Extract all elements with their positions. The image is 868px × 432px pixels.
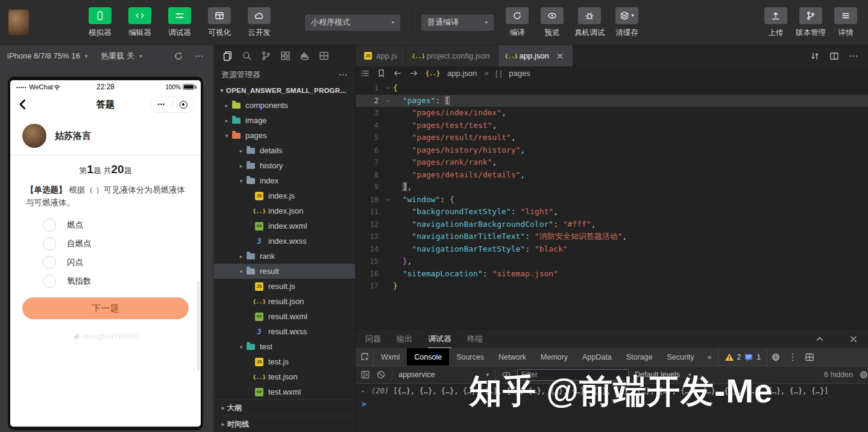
panel-tab-问题[interactable]: 问题 <box>365 334 381 345</box>
device-select[interactable]: iPhone 6/7/8 75% 16▾ <box>7 51 87 60</box>
arrow-right-icon[interactable] <box>409 69 418 78</box>
answer-option[interactable]: 闪点 <box>32 256 201 269</box>
tree-item-test.wxml[interactable]: <>test.wxml <box>214 384 355 399</box>
compile-mode-select[interactable]: 普通编译 ▾ <box>421 14 494 31</box>
tree-item-result.wxss[interactable]: 3result.wxss <box>214 324 355 339</box>
search-icon[interactable] <box>242 51 252 61</box>
bookmark-icon[interactable] <box>377 69 386 78</box>
hot-reload-toggle[interactable]: 热重载 关▾ <box>101 51 142 62</box>
tree-item-test.json[interactable]: {..}test.json <box>214 369 355 384</box>
dots-h-icon[interactable] <box>849 51 858 61</box>
gear-icon[interactable] <box>771 352 781 362</box>
phone-scrollbar[interactable] <box>197 281 200 371</box>
tree-item-index.js[interactable]: JSindex.js <box>214 188 355 203</box>
branch-icon[interactable] <box>261 51 271 61</box>
tree-item-test[interactable]: ▾test <box>214 339 355 354</box>
close-icon[interactable] <box>849 334 858 344</box>
timeline-section[interactable]: ▸时间线 <box>214 416 355 432</box>
arrow-left-icon[interactable] <box>393 69 402 78</box>
action-layers-button[interactable]: ▾清缓存 <box>612 7 642 38</box>
tree-item-result[interactable]: ▾result <box>214 264 355 279</box>
blocks-icon[interactable] <box>280 51 291 61</box>
devtools-tab-Security[interactable]: Security <box>659 348 701 366</box>
radio-icon[interactable] <box>43 237 56 250</box>
action-bug-button[interactable]: 真机调试 <box>572 7 607 38</box>
compare-icon[interactable] <box>810 51 820 61</box>
user-avatar[interactable] <box>8 10 29 35</box>
devtools-tab-Console[interactable]: Console <box>407 348 449 366</box>
action-menu-button[interactable]: 详情 <box>832 7 860 38</box>
split-icon[interactable] <box>829 51 839 61</box>
docker-icon[interactable] <box>300 51 310 61</box>
expand-arrow-icon[interactable]: ▸ <box>362 387 365 396</box>
breadcrumb-file[interactable]: app.json <box>447 69 477 78</box>
view-tune-button[interactable]: 调试器 <box>163 7 197 38</box>
clear-console-icon[interactable] <box>376 370 386 380</box>
tree-item-index[interactable]: ▾index <box>214 173 355 188</box>
close-target-icon[interactable] <box>173 101 195 109</box>
radio-icon[interactable] <box>43 275 56 288</box>
mode-select[interactable]: 小程序模式 ▾ <box>305 14 400 31</box>
panel-icon[interactable] <box>319 51 329 61</box>
view-layout-button[interactable]: 可视化 <box>203 7 236 38</box>
console-sidebar-icon[interactable] <box>360 370 370 380</box>
tree-item-pages[interactable]: ▾pages <box>214 128 355 143</box>
project-root-folder[interactable]: ▾ OPEN_ANSWER_SMALL_PROGR... <box>214 83 355 98</box>
view-cloud-button[interactable]: 云开发 <box>242 7 276 38</box>
fold-icon[interactable] <box>383 194 393 206</box>
inspect-element-icon[interactable] <box>356 348 374 366</box>
tree-item-result.json[interactable]: {..}result.json <box>214 294 355 309</box>
answer-option[interactable]: 氧指数 <box>32 275 201 288</box>
fold-icon[interactable] <box>383 82 393 95</box>
action-branch-button[interactable]: 版本管理 <box>796 7 826 38</box>
panel-tab-调试器[interactable]: 调试器 <box>428 334 451 348</box>
breadcrumb-symbol[interactable]: pages <box>509 69 530 78</box>
overflow-tabs[interactable]: » <box>702 348 718 366</box>
more-options-icon[interactable] <box>194 51 204 61</box>
tree-item-result.wxml[interactable]: <>result.wxml <box>214 309 355 324</box>
tree-item-details[interactable]: ▸details <box>214 143 355 158</box>
tree-item-history[interactable]: ▸history <box>214 158 355 173</box>
view-code-button[interactable]: 编辑器 <box>123 7 157 38</box>
tree-item-image[interactable]: ▸image <box>214 113 355 128</box>
panel-icon[interactable] <box>805 352 814 362</box>
more-options-icon[interactable] <box>338 70 348 80</box>
refresh-icon[interactable] <box>174 51 183 61</box>
devtools-tab-AppData[interactable]: AppData <box>575 348 619 366</box>
tree-item-rank[interactable]: ▸rank <box>214 249 355 264</box>
tab-app.js[interactable]: JSapp.js <box>356 45 406 66</box>
devtools-tab-Wxml[interactable]: Wxml <box>374 348 407 366</box>
tree-item-index.wxml[interactable]: <>index.wxml <box>214 218 355 233</box>
more-menu-icon[interactable]: ••• <box>151 101 172 107</box>
tree-item-index.json[interactable]: {..}index.json <box>214 203 355 218</box>
dots-v-icon[interactable] <box>788 352 797 362</box>
tree-item-components[interactable]: ▸components <box>214 98 355 113</box>
answer-option[interactable]: 自燃点 <box>32 237 201 250</box>
tree-item-index.wxss[interactable]: 3index.wxss <box>214 233 355 249</box>
action-eye-button[interactable]: 预览 <box>537 7 567 38</box>
devtools-tab-Memory[interactable]: Memory <box>533 348 575 366</box>
code-editor[interactable]: 1{2 "pages": [3 "pages/index/index",4 "p… <box>356 80 868 329</box>
action-refresh-button[interactable]: 编译 <box>502 7 532 38</box>
devtools-tab-Network[interactable]: Network <box>491 348 533 366</box>
files-icon[interactable] <box>222 51 233 61</box>
tree-item-test.js[interactable]: JStest.js <box>214 354 355 369</box>
next-question-button[interactable]: 下一题 <box>22 297 189 319</box>
radio-icon[interactable] <box>43 256 56 269</box>
fold-icon[interactable] <box>383 95 393 107</box>
panel-tab-输出[interactable]: 输出 <box>397 334 412 345</box>
close-icon[interactable] <box>556 52 564 60</box>
devtools-tab-Storage[interactable]: Storage <box>619 348 660 366</box>
chev-up-icon[interactable] <box>815 334 825 344</box>
tab-project.config.json[interactable]: {..}project.config.json <box>406 45 499 66</box>
action-upload-button[interactable]: 上传 <box>762 7 790 38</box>
answer-option[interactable]: 燃点 <box>32 218 201 232</box>
console-settings-icon[interactable] <box>859 370 868 380</box>
outline-list-icon[interactable] <box>360 69 370 78</box>
panel-tab-终端[interactable]: 终端 <box>467 334 483 345</box>
tab-app.json[interactable]: {..}app.json <box>498 45 573 66</box>
devtools-tab-Sources[interactable]: Sources <box>449 348 491 366</box>
view-phone-button[interactable]: 模拟器 <box>83 7 117 38</box>
tree-item-result.js[interactable]: JSresult.js <box>214 279 355 294</box>
outline-section[interactable]: ▸大纲 <box>214 399 355 416</box>
